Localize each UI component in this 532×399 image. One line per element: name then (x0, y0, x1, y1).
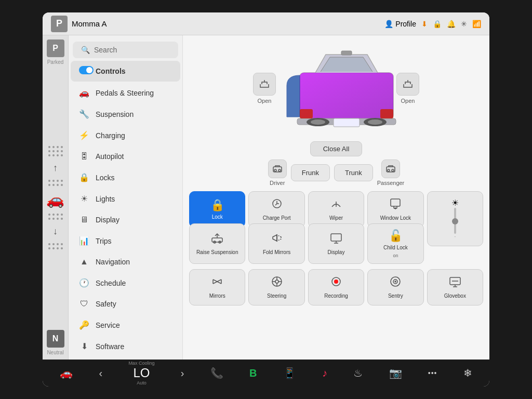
sidebar-item-software[interactable]: ⬇ Software (71, 336, 180, 356)
sidebar-item-lights[interactable]: ☀ Lights (71, 189, 180, 209)
dot-grid-top (46, 144, 65, 158)
taskbar-call[interactable]: 📱 (283, 367, 296, 379)
controls-row-3: Mirrors Steering (189, 269, 483, 305)
child-lock-button[interactable]: 🔓 Child Lock on (367, 223, 423, 264)
passenger-button[interactable]: Passenger (377, 159, 405, 186)
charge-port-button[interactable]: Charge Port (248, 191, 304, 228)
passenger-icon (381, 159, 400, 178)
bluetooth-icon: ✳ (461, 20, 467, 28)
sidebar-item-display[interactable]: 🖥 Display (71, 210, 180, 230)
taskbar-steam[interactable]: ♨ (353, 367, 363, 379)
display-icon: 🖥 (79, 215, 89, 224)
sidebar-item-schedule[interactable]: 🕐 Schedule (71, 273, 180, 293)
steering-button[interactable]: Steering (248, 269, 304, 305)
raise-suspension-icon (211, 232, 223, 247)
close-all-button[interactable]: Close All (310, 141, 363, 156)
sidebar-item-trips[interactable]: 📊 Trips (71, 231, 180, 251)
dot-grid-bot2 (46, 241, 65, 251)
taskbar-fan[interactable]: ❄ (463, 367, 472, 379)
child-lock-icon: 🔓 (389, 229, 403, 243)
sidebar-item-locks[interactable]: 🔒 Locks (71, 167, 180, 188)
toggle-icon (79, 66, 89, 76)
taskbar-car[interactable]: 🚗 (60, 367, 73, 379)
neutral-label: Neutral (47, 350, 63, 355)
lights-label: Lights (96, 195, 115, 203)
autopilot-label: Autopilot (96, 152, 124, 161)
fold-mirrors-icon (271, 232, 283, 247)
sidebar-item-service[interactable]: 🔑 Service (71, 315, 180, 335)
search-icon: 🔍 (81, 46, 90, 54)
more-icon: ••• (428, 369, 437, 377)
raise-suspension-button[interactable]: Raise Suspension (189, 223, 245, 264)
right-chevron-icon: › (181, 367, 184, 379)
dot-grid-bot (46, 211, 65, 222)
taskbar-right-arrow[interactable]: › (181, 367, 184, 379)
taskbar-left-arrow[interactable]: ‹ (99, 367, 102, 379)
car-icon: 🚗 (46, 191, 64, 208)
max-cooling-label: Max Cooling (128, 361, 154, 366)
glovebox-button[interactable]: Glovebox (427, 269, 483, 305)
sidebar-item-charging[interactable]: ⚡ Charging (71, 125, 180, 145)
front-trunk-icon (253, 73, 276, 96)
svg-point-13 (278, 169, 281, 171)
down-arrow[interactable]: ↓ (53, 226, 58, 237)
svg-rect-23 (331, 234, 341, 241)
charge-port-label: Charge Port (263, 215, 291, 221)
recording-icon (330, 275, 342, 291)
profile-label[interactable]: 👤 Profile (384, 20, 416, 28)
taskbar-camera[interactable]: 📷 (389, 367, 402, 379)
svg-point-30 (395, 281, 396, 282)
autopilot-icon: 🎛 (79, 152, 89, 161)
person-icon: 👤 (384, 20, 393, 28)
sidebar-item-safety[interactable]: 🛡 Safety (71, 294, 180, 314)
taskbar-music[interactable]: ♪ (322, 367, 327, 379)
taskbar-bluetooth[interactable]: B (249, 367, 257, 379)
car-image (284, 42, 388, 135)
taskbar: 🚗 ‹ Max Cooling LO Auto › 📞 B 📱 ♪ ♨ 📷 (43, 360, 489, 387)
bluetooth-taskbar-icon: B (249, 367, 257, 379)
door-section: Driver Frunk Trunk (268, 159, 405, 186)
taskbar-phone[interactable]: 📞 (210, 367, 223, 379)
window-lock-button[interactable]: Window Lock (367, 191, 423, 228)
up-arrow[interactable]: ↑ (53, 163, 58, 174)
fold-mirrors-label: Fold Mirrors (263, 249, 290, 256)
charging-icon: ⚡ (79, 130, 89, 140)
passenger-label: Passenger (377, 180, 405, 186)
lock-button[interactable]: 🔒 Lock (189, 191, 245, 228)
sidebar-item-pedals[interactable]: 🚗 Pedals & Steering (71, 83, 180, 103)
recording-label: Recording (324, 293, 348, 299)
fold-mirrors-button[interactable]: Fold Mirrors (248, 223, 304, 264)
raise-suspension-label: Raise Suspension (196, 249, 238, 256)
sentry-button[interactable]: Sentry (367, 269, 423, 305)
display-button[interactable]: Display (308, 223, 364, 264)
frunk-button[interactable]: Frunk (291, 164, 330, 181)
profile-name: Momma A (72, 19, 380, 28)
window-lock-icon (389, 197, 402, 213)
wiper-label: Wiper (329, 215, 343, 221)
glovebox-label: Glovebox (444, 293, 466, 299)
signal-icon: 📶 (472, 20, 481, 28)
charge-port-icon (271, 197, 283, 213)
sidebar-item-navigation[interactable]: ▲ Navigation (71, 252, 180, 272)
sidebar-item-suspension[interactable]: 🔧 Suspension (71, 104, 180, 124)
brightness-thumb (452, 218, 458, 224)
mirrors-label: Mirrors (209, 293, 225, 299)
mirrors-button[interactable]: Mirrors (189, 269, 245, 305)
sidebar-item-controls[interactable]: Controls (71, 61, 180, 82)
brightness-slider[interactable] (454, 208, 456, 234)
trunk-button[interactable]: Trunk (334, 164, 373, 181)
recording-button[interactable]: Recording (308, 269, 364, 305)
trips-label: Trips (96, 237, 112, 245)
taskbar-temp-center: Max Cooling LO Auto (128, 361, 154, 385)
front-open-button[interactable]: Open (253, 73, 276, 104)
safety-label: Safety (96, 300, 116, 308)
sidebar-item-autopilot[interactable]: 🎛 Autopilot (71, 147, 180, 166)
nav-sidebar: 🔍 Search Controls 🚗 Pedals & Steering 🔧 … (69, 35, 183, 360)
steering-label: Steering (267, 293, 286, 299)
wiper-button[interactable]: Wiper (308, 191, 364, 228)
taskbar-more[interactable]: ••• (428, 369, 437, 377)
temp-display: LO (133, 366, 150, 380)
charging-label: Charging (96, 131, 125, 140)
search-box[interactable]: 🔍 Search (73, 42, 178, 58)
driver-button[interactable]: Driver (268, 159, 287, 186)
